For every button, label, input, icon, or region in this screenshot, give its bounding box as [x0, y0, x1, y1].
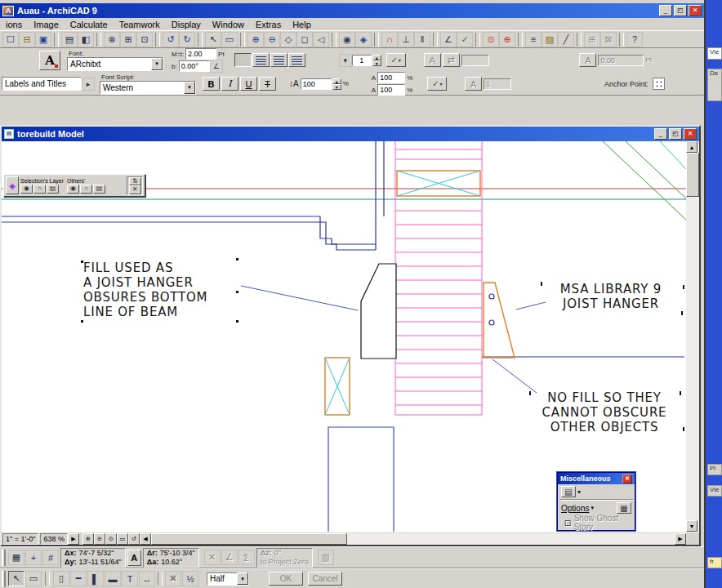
spacing-spinner[interactable]: ▲ ▼: [332, 78, 341, 90]
help-icon[interactable]: ?: [626, 32, 643, 47]
slab-tool-icon[interactable]: ▬: [105, 571, 121, 586]
align-center-button[interactable]: [252, 53, 270, 67]
layer-swap-icon[interactable]: ⇅: [129, 177, 141, 186]
lock-layer-icon[interactable]: ∩: [33, 185, 46, 194]
pan-hand-icon[interactable]: ⊙: [105, 533, 117, 545]
camera-icon[interactable]: ◉: [339, 32, 355, 47]
spin-up-icon[interactable]: ▲: [372, 55, 381, 60]
layer-close-icon[interactable]: ✕: [129, 185, 141, 194]
menu-item-calculate[interactable]: Calculate: [65, 20, 114, 29]
close-icon[interactable]: ✕: [622, 474, 632, 483]
dimension-tool-icon[interactable]: ↔: [139, 571, 155, 586]
chevron-down-icon[interactable]: ▾: [151, 58, 163, 70]
lock-others-icon[interactable]: ∩: [80, 185, 92, 194]
options-settings-icon[interactable]: ▦: [617, 502, 631, 514]
anchor-point-grid[interactable]: [653, 78, 665, 90]
panel-expand-icon[interactable]: ▸: [82, 78, 95, 91]
toolbar-drag-handle[interactable]: [2, 571, 6, 587]
scale-indicator[interactable]: 1" = 1'-0": [2, 533, 38, 545]
slant-field[interactable]: 0.00°: [179, 60, 210, 72]
line-type-icon[interactable]: ╱: [558, 32, 574, 47]
menu-item-image[interactable]: Image: [28, 20, 65, 29]
align-justify-button[interactable]: [288, 53, 305, 67]
menu-item-help[interactable]: Help: [287, 20, 317, 29]
measure-icon[interactable]: ∠: [440, 32, 457, 47]
marquee-icon[interactable]: ▭: [221, 32, 238, 47]
previous-view-icon[interactable]: ◁: [313, 32, 329, 47]
text-style-button[interactable]: A: [39, 51, 60, 70]
rotate-text-icon[interactable]: ∠: [210, 60, 223, 73]
show-layer-eye-icon[interactable]: ◉: [20, 185, 33, 194]
font-combo[interactable]: ARchitxt ▾: [67, 57, 163, 71]
menu-item-ions[interactable]: ions: [0, 20, 28, 29]
scroll-left-icon[interactable]: ◀: [140, 533, 151, 545]
pen-apply-button-2[interactable]: ✓ ▾: [427, 77, 447, 91]
gravity-icon[interactable]: ⊥: [398, 32, 414, 47]
pointer-icon[interactable]: ↖: [205, 32, 221, 47]
marquee-tool-icon[interactable]: ▭: [25, 571, 42, 586]
print-icon[interactable]: ▤: [61, 32, 78, 47]
paste-icon[interactable]: ⊡: [136, 32, 153, 47]
height-factor-field[interactable]: 100: [377, 84, 405, 96]
origin-icon[interactable]: +: [25, 550, 42, 565]
pen-spinner[interactable]: ▲ ▼: [372, 55, 381, 66]
half-snap-icon[interactable]: ½: [182, 571, 198, 586]
pan-icon[interactable]: ◇: [280, 32, 296, 47]
bold-button[interactable]: B: [203, 77, 220, 91]
show-others-eye-icon[interactable]: ◉: [67, 185, 79, 194]
zoom-in-icon[interactable]: ⊕: [82, 533, 94, 545]
column-tool-icon[interactable]: ▌: [87, 571, 104, 586]
model-close-button[interactable]: ✕: [684, 128, 697, 140]
strikethrough-button[interactable]: T: [259, 77, 276, 91]
fit-in-window-icon[interactable]: ▭: [117, 533, 128, 545]
align-left-button[interactable]: [234, 53, 252, 67]
zoom-in-icon[interactable]: ⊕: [247, 32, 264, 47]
others-fill-icon[interactable]: ▤: [93, 185, 105, 194]
print-preview-icon[interactable]: ◧: [78, 32, 94, 47]
3d-window-icon[interactable]: ◈: [355, 32, 372, 47]
spin-down-icon[interactable]: ▼: [372, 60, 381, 66]
model-title-bar[interactable]: ▤ torebuild Model _ ◰ ✕: [2, 127, 699, 141]
zoom-apply-icon[interactable]: ▶: [68, 533, 79, 545]
chevron-down-icon[interactable]: ▾: [577, 488, 581, 496]
zoom-out-icon[interactable]: ⊖: [94, 533, 105, 545]
menu-item-window[interactable]: Window: [207, 20, 250, 29]
layers-icon[interactable]: ≡: [525, 32, 542, 47]
font-size-field[interactable]: 2.00: [185, 48, 216, 60]
drawing-canvas[interactable]: FILL USED AS A JOIST HANGER OBSURES BOTT…: [2, 141, 686, 532]
close-button[interactable]: ✕: [689, 5, 702, 16]
minimize-button[interactable]: _: [659, 5, 672, 16]
annotation-msa-note[interactable]: MSA LIBRARY 9 JOIST HANGER: [535, 282, 686, 311]
copy-icon[interactable]: ⊞: [120, 32, 136, 47]
labels-and-titles-combo[interactable]: Labels and Titles: [2, 77, 82, 91]
open-file-icon[interactable]: ⊟: [19, 32, 35, 47]
new-file-icon[interactable]: ☐: [2, 32, 19, 47]
annotation-nofill-note[interactable]: NO FILL SO THEY CANNOT OBSCURE OTHER OBJ…: [523, 390, 686, 434]
zoom-out-icon[interactable]: ⊖: [264, 32, 280, 47]
pen-set-icon[interactable]: ▨: [542, 32, 558, 47]
toolbar-drag-handle[interactable]: [2, 550, 6, 566]
wall-tool-icon[interactable]: ▯: [53, 571, 69, 586]
search-zoom-icon[interactable]: ⊕: [499, 32, 515, 47]
scroll-right-icon[interactable]: ▶: [675, 533, 686, 545]
chevron-down-icon[interactable]: ▾: [184, 82, 195, 94]
pen-color-dropdown-icon[interactable]: ▾: [339, 54, 352, 67]
title-bar[interactable]: A Auau - ArchiCAD 9 _ ◰ ✕: [0, 3, 704, 18]
pen-number-field[interactable]: 1: [352, 55, 372, 66]
font-script-combo[interactable]: Western ▾: [100, 81, 196, 95]
fit-window-icon[interactable]: ◻: [296, 32, 313, 47]
cut-icon[interactable]: ⊗: [104, 32, 120, 47]
model-minimize-button[interactable]: _: [654, 128, 667, 140]
grid-snap-icon[interactable]: ▦: [8, 550, 25, 565]
line-spacing-field[interactable]: 100: [301, 78, 332, 90]
horizontal-scroll-track[interactable]: [151, 533, 675, 545]
beam-tool-icon[interactable]: ━: [70, 571, 87, 586]
ok-button[interactable]: OK: [269, 572, 303, 586]
menu-item-teamwork[interactable]: Teamwork: [114, 20, 166, 29]
restore-button[interactable]: ◰: [674, 5, 687, 16]
horizontal-scroll-thumb[interactable]: [151, 533, 347, 545]
zoom-indicator[interactable]: 638 %: [40, 533, 68, 545]
find-select-icon[interactable]: ⊙: [483, 32, 499, 47]
vertical-scroll-thumb[interactable]: [686, 153, 699, 197]
layer-fill-icon[interactable]: ▤: [47, 185, 59, 194]
